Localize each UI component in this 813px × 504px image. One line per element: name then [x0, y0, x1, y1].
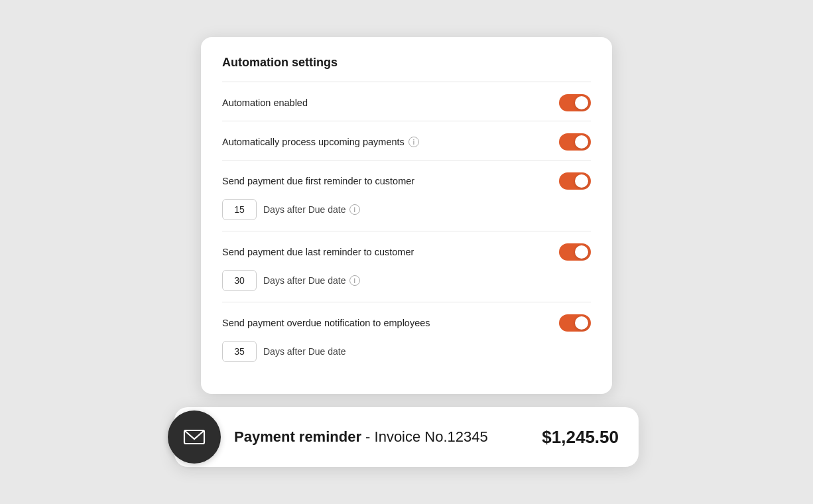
setting-row-first-reminder: Send payment due first reminder to custo… — [222, 160, 591, 199]
automation-enabled-label: Automation enabled — [222, 97, 308, 108]
notification-title-bold: Payment reminder — [234, 428, 361, 445]
notification-card: Payment reminder - Invoice No.12345 $1,2… — [174, 407, 639, 467]
automation-enabled-toggle[interactable] — [559, 94, 591, 111]
notification-icon-circle — [168, 410, 221, 464]
last-reminder-toggle[interactable] — [559, 243, 591, 261]
setting-row-overdue: Send payment overdue notification to emp… — [222, 302, 591, 341]
toggle-slider — [559, 94, 591, 111]
toggle-slider — [559, 172, 591, 190]
last-reminder-days-label: Days after Due date i — [263, 275, 360, 286]
envelope-icon — [182, 425, 206, 449]
notification-title-normal: Invoice No.12345 — [375, 428, 488, 445]
first-reminder-sub-row: Days after Due date i — [222, 199, 591, 231]
last-reminder-sub-row: Days after Due date i — [222, 270, 591, 302]
last-reminder-days-input[interactable] — [222, 270, 257, 291]
overdue-toggle[interactable] — [559, 314, 591, 332]
last-reminder-label: Send payment due last reminder to custom… — [222, 247, 414, 257]
overdue-days-label: Days after Due date — [263, 346, 346, 357]
first-reminder-days-label: Days after Due date i — [263, 204, 360, 215]
auto-process-label: Automatically process upcoming payments … — [222, 137, 419, 147]
first-reminder-label: Send payment due first reminder to custo… — [222, 176, 414, 186]
automation-settings-card: Automation settings Automation enabled A… — [201, 37, 612, 394]
toggle-slider — [559, 314, 591, 332]
setting-row-automation-enabled: Automation enabled — [222, 82, 591, 121]
first-reminder-days-input[interactable] — [222, 199, 257, 220]
first-reminder-toggle[interactable] — [559, 172, 591, 190]
setting-row-last-reminder: Send payment due last reminder to custom… — [222, 231, 591, 270]
notification-amount: $1,245.50 — [542, 427, 619, 448]
toggle-slider — [559, 133, 591, 151]
auto-process-info-icon[interactable]: i — [408, 137, 419, 147]
auto-process-toggle[interactable] — [559, 133, 591, 151]
overdue-label: Send payment overdue notification to emp… — [222, 318, 430, 328]
overdue-sub-row: Days after Due date — [222, 341, 591, 373]
overdue-days-input[interactable] — [222, 341, 257, 362]
notification-title: Payment reminder - Invoice No.12345 — [234, 428, 488, 446]
setting-row-auto-process: Automatically process upcoming payments … — [222, 121, 591, 160]
notification-title-separator: - — [361, 428, 375, 445]
last-reminder-days-info-icon[interactable]: i — [349, 275, 360, 286]
first-reminder-days-info-icon[interactable]: i — [349, 204, 360, 215]
card-title: Automation settings — [222, 56, 591, 70]
notification-content: Payment reminder - Invoice No.12345 $1,2… — [234, 427, 619, 448]
toggle-slider — [559, 243, 591, 261]
